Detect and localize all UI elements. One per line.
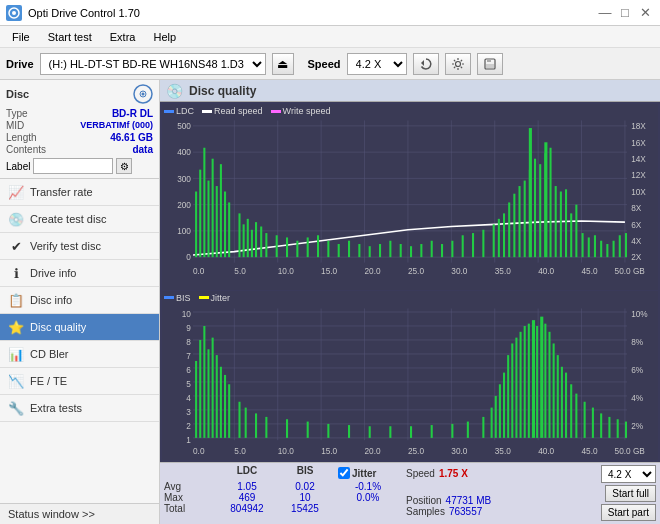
svg-rect-196 xyxy=(524,326,526,438)
app-icon xyxy=(6,5,22,21)
start-full-button[interactable]: Start full xyxy=(605,485,656,502)
svg-point-3 xyxy=(455,61,460,66)
disc-quality-header-icon: 💿 xyxy=(166,83,183,99)
disc-quality-title: Disc quality xyxy=(189,84,256,98)
svg-rect-177 xyxy=(286,419,288,438)
svg-text:10: 10 xyxy=(182,308,191,319)
settings-button[interactable] xyxy=(445,53,471,75)
svg-rect-112 xyxy=(600,241,602,257)
menu-help[interactable]: Help xyxy=(145,29,184,45)
sidebar-item-fe-te[interactable]: 📉 FE / TE xyxy=(0,368,159,395)
disc-label-button[interactable]: ⚙ xyxy=(116,158,132,174)
max-label: Max xyxy=(164,492,214,503)
menu-start-test[interactable]: Start test xyxy=(40,29,100,45)
svg-rect-165 xyxy=(199,340,201,438)
svg-rect-84 xyxy=(431,241,433,257)
svg-rect-191 xyxy=(503,373,505,438)
sidebar-item-cd-bler[interactable]: 📊 CD Bler xyxy=(0,341,159,368)
disc-type-row: Type BD-R DL xyxy=(6,108,153,119)
sidebar-item-extra-tests[interactable]: 🔧 Extra tests xyxy=(0,395,159,422)
save-button[interactable] xyxy=(477,53,503,75)
jitter-avg: -0.1% xyxy=(338,481,398,492)
svg-rect-212 xyxy=(608,417,610,438)
drive-select[interactable]: (H:) HL-DT-ST BD-RE WH16NS48 1.D3 xyxy=(40,53,266,75)
svg-text:18X: 18X xyxy=(631,121,646,131)
svg-rect-208 xyxy=(575,394,577,438)
sidebar-item-transfer-rate[interactable]: 📈 Transfer rate xyxy=(0,179,159,206)
svg-text:10%: 10% xyxy=(631,308,648,319)
status-window-button[interactable]: Status window >> xyxy=(0,503,159,524)
content-area: 💿 Disc quality LDC Read speed xyxy=(160,80,660,524)
svg-rect-213 xyxy=(617,419,619,438)
svg-rect-93 xyxy=(508,202,510,257)
svg-rect-205 xyxy=(561,367,563,438)
svg-rect-86 xyxy=(451,241,453,257)
legend-jitter-color xyxy=(199,296,209,299)
drive-label: Drive xyxy=(6,58,34,70)
svg-text:3: 3 xyxy=(186,406,191,417)
position-label: Position xyxy=(406,495,442,506)
svg-rect-91 xyxy=(498,219,500,257)
titlebar: Opti Drive Control 1.70 — □ ✕ xyxy=(0,0,660,26)
sidebar-item-disc-info[interactable]: 📋 Disc info xyxy=(0,287,159,314)
menu-file[interactable]: File xyxy=(4,29,38,45)
disc-contents-row: Contents data xyxy=(6,144,153,155)
sidebar-item-disc-quality[interactable]: ⭐ Disc quality xyxy=(0,314,159,341)
svg-text:10.0: 10.0 xyxy=(278,265,294,275)
svg-rect-63 xyxy=(243,224,245,257)
svg-rect-109 xyxy=(582,233,584,257)
legend-jitter: Jitter xyxy=(199,293,231,303)
svg-text:15.0: 15.0 xyxy=(321,446,337,457)
jitter-checkbox[interactable] xyxy=(338,467,350,479)
svg-rect-77 xyxy=(358,244,360,257)
close-button[interactable]: ✕ xyxy=(636,4,654,22)
maximize-button[interactable]: □ xyxy=(616,4,634,22)
legend-read-speed: Read speed xyxy=(202,106,263,116)
samples-row: Samples 763557 xyxy=(406,506,491,517)
svg-rect-190 xyxy=(499,384,501,438)
sidebar-item-drive-info[interactable]: ℹ Drive info xyxy=(0,260,159,287)
svg-rect-60 xyxy=(224,192,226,258)
svg-rect-107 xyxy=(529,128,532,257)
ldc-col: LDC 1.05 469 804942 xyxy=(222,465,272,514)
minimize-button[interactable]: — xyxy=(596,4,614,22)
svg-text:20.0: 20.0 xyxy=(365,446,381,457)
sidebar-item-verify-test-disc[interactable]: ✔ Verify test disc xyxy=(0,233,159,260)
menubar: File Start test Extra Help xyxy=(0,26,660,48)
svg-text:8: 8 xyxy=(186,336,191,347)
svg-text:6: 6 xyxy=(186,364,191,375)
svg-rect-204 xyxy=(557,355,559,438)
svg-rect-176 xyxy=(265,417,267,438)
svg-text:7: 7 xyxy=(186,350,191,361)
svg-rect-171 xyxy=(224,375,226,438)
svg-text:35.0: 35.0 xyxy=(495,446,511,457)
chart-speed-select[interactable]: 4.2 X xyxy=(601,465,656,483)
svg-rect-201 xyxy=(544,324,546,438)
eject-button[interactable]: ⏏ xyxy=(272,53,294,75)
start-part-button[interactable]: Start part xyxy=(601,504,656,521)
speed-stat-value: 1.75 X xyxy=(439,468,468,479)
svg-rect-75 xyxy=(338,244,340,257)
disc-mid-label: MID xyxy=(6,120,24,131)
refresh-button[interactable] xyxy=(413,53,439,75)
svg-point-1 xyxy=(12,11,16,15)
bottom-chart-svg: 10 9 8 7 6 5 4 3 2 1 10% 8% 6% 4% 2% xyxy=(162,291,658,460)
legend-bis-color xyxy=(164,296,174,299)
speed-select[interactable]: 4.2 X xyxy=(347,53,407,75)
svg-rect-87 xyxy=(462,235,464,257)
sidebar-item-create-test-disc[interactable]: 💿 Create test disc xyxy=(0,206,159,233)
svg-rect-169 xyxy=(216,355,218,438)
menu-extra[interactable]: Extra xyxy=(102,29,144,45)
svg-text:25.0: 25.0 xyxy=(408,265,424,275)
svg-rect-110 xyxy=(588,237,590,257)
svg-rect-188 xyxy=(491,408,493,438)
svg-text:6X: 6X xyxy=(631,219,641,229)
legend-write-speed: Write speed xyxy=(271,106,331,116)
drivebar: Drive (H:) HL-DT-ST BD-RE WH16NS48 1.D3 … xyxy=(0,48,660,80)
svg-text:2%: 2% xyxy=(631,420,643,431)
jitter-header: Jitter xyxy=(352,468,376,479)
disc-label-input[interactable] xyxy=(33,158,113,174)
disc-mid-value: VERBATIMf (000) xyxy=(80,120,153,131)
svg-rect-207 xyxy=(570,384,572,438)
svg-rect-85 xyxy=(441,244,443,257)
